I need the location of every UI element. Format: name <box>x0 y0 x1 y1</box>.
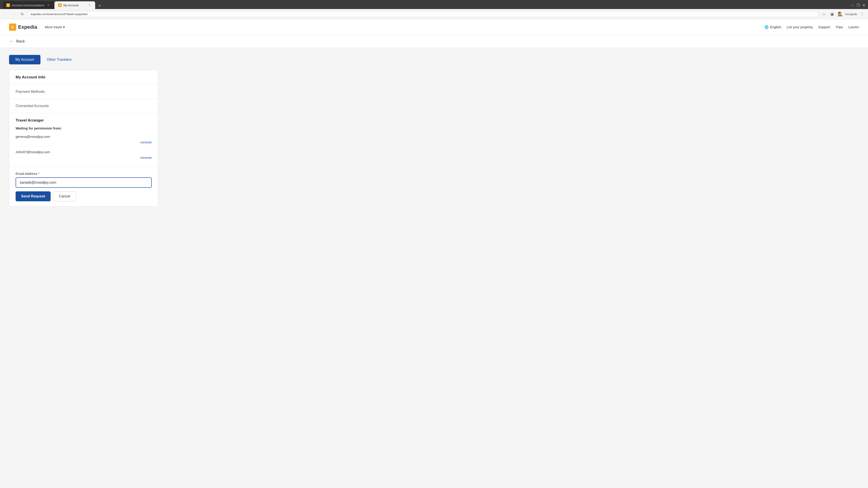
back-label[interactable]: Back <box>16 39 25 43</box>
support-label: Support <box>818 25 830 29</box>
cancel-button[interactable]: Cancel <box>53 191 76 201</box>
required-star: * <box>38 172 39 175</box>
account-card: My Account Info Payment Methods Connecte… <box>9 70 158 206</box>
email-entry-1: geneva@moodjoy.com remove <box>16 133 152 147</box>
page-tabs: My Account Other Travelers <box>9 55 859 64</box>
remove-link-1[interactable]: remove <box>141 140 152 144</box>
tab1-favicon: E <box>6 3 10 7</box>
close-window-button[interactable]: ✕ <box>862 3 865 7</box>
toolbar-icons: ☆ ▣ 🕵 Incognito ⋮ <box>821 11 865 17</box>
email-row-1: geneva@moodjoy.com <box>16 133 152 140</box>
tab-my-account[interactable]: E My Account ✕ <box>55 1 95 9</box>
email-row-2: John07@moodjoy.com <box>16 148 152 156</box>
email-address-1: geneva@moodjoy.com <box>16 135 50 138</box>
email-entry-2: John07@moodjoy.com remove <box>16 148 152 162</box>
chevron-down-icon: ▾ <box>63 25 65 29</box>
email-form-section: Email Address * Send Request Cancel <box>9 166 158 206</box>
page: E Expedia More travel ▾ 🌐 English List y… <box>0 19 868 488</box>
trips-link[interactable]: Trips <box>836 25 843 29</box>
remove-link-2[interactable]: remove <box>141 156 152 160</box>
globe-icon: 🌐 <box>765 25 769 29</box>
maximize-button[interactable]: ❐ <box>857 3 860 7</box>
trips-label: Trips <box>836 25 843 29</box>
top-nav: E Expedia More travel ▾ 🌐 English List y… <box>0 19 868 35</box>
list-property-label: List your property <box>786 25 813 29</box>
logo-icon: E <box>9 24 16 31</box>
menu-icon[interactable]: ⋮ <box>859 11 865 17</box>
logo-text: Expedia <box>18 24 37 30</box>
main-content: My Account Other Travelers My Account In… <box>0 48 868 488</box>
incognito-icon[interactable]: 🕵 <box>837 11 843 17</box>
back-bar: ← Back <box>0 35 868 48</box>
email-input[interactable] <box>16 177 152 188</box>
tab2-favicon: E <box>58 3 62 7</box>
nav-right: 🌐 English List your property Support Tri… <box>765 25 859 29</box>
payment-methods-section[interactable]: Payment Methods <box>9 85 158 99</box>
action-buttons: Send Request Cancel <box>16 191 152 201</box>
user-label: Lauren <box>848 25 859 29</box>
email-field-label: Email Address * <box>16 172 152 175</box>
reload-button[interactable]: ↻ <box>19 11 25 17</box>
send-request-button[interactable]: Send Request <box>16 191 51 201</box>
connected-accounts-section[interactable]: Connected Accounts <box>9 99 158 113</box>
new-tab-button[interactable]: + <box>96 3 103 9</box>
connected-accounts-link[interactable]: Connected Accounts <box>16 104 49 108</box>
browser-chrome: E Account communications ✕ E My Account … <box>0 0 868 19</box>
extensions-icon[interactable]: ▣ <box>829 11 835 17</box>
travel-arranger-title: Travel Arranger <box>16 118 152 123</box>
address-bar-row: ← → ↻ expedia.com/user/account/?&selc=pa… <box>0 9 868 19</box>
list-property-link[interactable]: List your property <box>786 25 813 29</box>
tab-account-communications[interactable]: E Account communications ✕ <box>3 1 54 9</box>
payment-methods-link[interactable]: Payment Methods <box>16 90 45 94</box>
support-link[interactable]: Support <box>818 25 830 29</box>
tab2-label: My Account <box>64 4 79 7</box>
more-travel-button[interactable]: More travel ▾ <box>42 24 67 31</box>
back-arrow-icon[interactable]: ← <box>9 39 13 44</box>
user-link[interactable]: Lauren <box>848 25 859 29</box>
tab1-label: Account communications <box>12 4 44 7</box>
waiting-label: Waiting for permission from: <box>16 126 152 130</box>
tab1-close[interactable]: ✕ <box>46 3 51 7</box>
english-link[interactable]: 🌐 English <box>765 25 781 29</box>
my-account-tab[interactable]: My Account <box>9 55 40 64</box>
back-nav-button[interactable]: ← <box>3 11 9 17</box>
travel-arranger-section: Travel Arranger Waiting for permission f… <box>9 113 158 166</box>
account-info-title: My Account Info <box>16 75 45 79</box>
more-travel-label: More travel <box>45 25 62 29</box>
logo[interactable]: E Expedia <box>9 24 37 31</box>
tab2-close[interactable]: ✕ <box>88 3 92 7</box>
address-bar[interactable]: expedia.com/user/account/?&selc=payment <box>27 11 819 17</box>
english-label: English <box>770 25 781 29</box>
other-travelers-tab[interactable]: Other Travelers <box>40 55 78 64</box>
address-bar-url: expedia.com/user/account/?&selc=payment <box>31 12 815 16</box>
star-icon[interactable]: ☆ <box>821 11 827 17</box>
incognito-label: Incognito <box>845 12 857 16</box>
email-address-2: John07@moodjoy.com <box>16 150 50 154</box>
forward-nav-button[interactable]: → <box>11 11 17 17</box>
account-info-section: My Account Info <box>9 70 158 85</box>
minimize-button[interactable]: ─ <box>851 3 854 7</box>
